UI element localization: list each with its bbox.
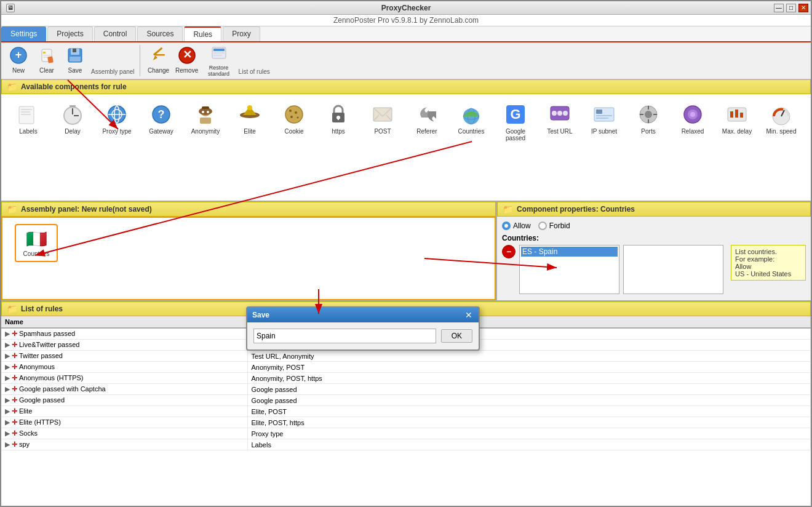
component-post[interactable]: POST bbox=[362, 99, 404, 138]
window-icon: 🖥 bbox=[6, 4, 15, 12]
svg-rect-22 bbox=[21, 111, 30, 113]
table-row[interactable]: ▶✛Google passedGoogle passed bbox=[1, 395, 811, 406]
component-min-speed[interactable]: Min. speed bbox=[760, 99, 802, 138]
allow-forbid-row: Allow Forbid bbox=[502, 222, 806, 230]
new-button[interactable]: + New bbox=[5, 45, 32, 76]
svg-rect-10 bbox=[70, 57, 81, 62]
nav-tabs: Settings Projects Control Sources Rules … bbox=[1, 26, 811, 42]
dialog-close-button[interactable]: ✕ bbox=[464, 310, 474, 320]
tab-settings[interactable]: Settings bbox=[1, 26, 46, 41]
min-speed-icon bbox=[769, 102, 794, 127]
clear-icon bbox=[38, 47, 55, 66]
toolbar: + New Clear bbox=[1, 42, 811, 79]
tab-proxy[interactable]: Proxy bbox=[223, 26, 260, 41]
table-row[interactable]: ▶✛Anonymous (HTTPS)Anonymity, POST, http… bbox=[1, 373, 811, 384]
table-row[interactable]: ▶✛AnonymousAnonymity, POST bbox=[1, 362, 811, 373]
properties-panel: 📁 Component properties: Countries Allow bbox=[497, 202, 811, 300]
hint-box: List countries.For example:AllowUS - Uni… bbox=[731, 245, 806, 281]
svg-point-64 bbox=[563, 111, 568, 116]
table-row[interactable]: ▶✛SocksProxy type bbox=[1, 428, 811, 439]
restore-standard-button[interactable]: Restore standard bbox=[202, 45, 236, 76]
tab-control[interactable]: Control bbox=[94, 26, 137, 41]
assembly-panel: 📁 Assembly panel: New rule(not saved) 🇮🇹… bbox=[1, 202, 497, 300]
props-folder-icon: 📁 bbox=[503, 204, 513, 214]
svg-point-70 bbox=[645, 111, 652, 118]
max-delay-icon bbox=[725, 102, 749, 127]
close-button[interactable]: ✕ bbox=[798, 4, 808, 12]
forbid-radio[interactable]: Forbid bbox=[538, 222, 570, 230]
google-passed-icon: G bbox=[503, 102, 528, 127]
save-button[interactable]: Save bbox=[62, 45, 89, 76]
rule-name: ▶✛spy bbox=[1, 439, 247, 450]
save-dialog-input[interactable] bbox=[253, 329, 436, 343]
svg-point-44 bbox=[289, 110, 292, 112]
remove-button[interactable]: ✕ Remove bbox=[173, 45, 201, 76]
tab-rules[interactable]: Rules bbox=[184, 26, 221, 41]
component-ip-subnet[interactable]: IP subnet bbox=[583, 99, 625, 138]
countries-prop-label: Countries: bbox=[502, 234, 806, 242]
svg-rect-39 bbox=[200, 118, 211, 124]
component-gateway[interactable]: ? Gateway bbox=[140, 99, 182, 138]
table-row[interactable]: ▶✛EliteElite, POST bbox=[1, 406, 811, 417]
component-ports[interactable]: Ports bbox=[627, 99, 669, 138]
country-item-es-spain[interactable]: ES - Spain bbox=[521, 247, 618, 257]
svg-rect-3 bbox=[43, 52, 46, 54]
restore-button[interactable]: □ bbox=[786, 4, 796, 12]
tab-sources[interactable]: Sources bbox=[137, 26, 183, 41]
component-delay[interactable]: Delay bbox=[52, 99, 94, 138]
rule-name: ▶✛Google passed bbox=[1, 395, 247, 406]
svg-text:+: + bbox=[15, 49, 22, 61]
forbid-radio-indicator bbox=[538, 222, 547, 230]
properties-header: 📁 Component properties: Countries bbox=[497, 202, 811, 217]
component-labels[interactable]: Labels bbox=[7, 99, 49, 138]
svg-rect-50 bbox=[338, 118, 339, 120]
clear-button[interactable]: Clear bbox=[33, 45, 60, 76]
assembly-panel-label: Assembly panel bbox=[89, 45, 140, 76]
change-button[interactable]: Change bbox=[145, 45, 172, 76]
allow-radio[interactable]: Allow bbox=[502, 222, 531, 230]
table-row[interactable]: ▶✛Twitter passedTest URL, Anonymity bbox=[1, 351, 811, 362]
component-https[interactable]: https bbox=[317, 99, 359, 138]
component-anonymity[interactable]: Anonymity bbox=[185, 99, 226, 138]
countries-block[interactable]: 🇮🇹 Countries bbox=[15, 224, 58, 262]
allow-forbid-radio: Allow Forbid bbox=[502, 222, 570, 230]
svg-point-42 bbox=[247, 105, 252, 110]
component-relaxed[interactable]: Relaxed bbox=[672, 99, 714, 138]
dialog-ok-button[interactable]: OK bbox=[441, 329, 472, 343]
countries-listbox[interactable]: ES - Spain bbox=[519, 245, 619, 294]
allow-radio-indicator bbox=[502, 222, 511, 230]
countries-input-area[interactable] bbox=[623, 245, 723, 294]
component-elite[interactable]: Elite bbox=[229, 99, 271, 138]
table-row[interactable]: ▶✛spyLabels bbox=[1, 439, 811, 450]
table-row[interactable]: ▶✛Elite (HTTPS)Elite, POST, https bbox=[1, 417, 811, 428]
svg-rect-17 bbox=[213, 49, 225, 51]
rule-components: Elite, POST bbox=[247, 406, 811, 417]
component-proxy-type[interactable]: Proxy type bbox=[96, 99, 138, 138]
component-max-delay[interactable]: Max. delay bbox=[716, 99, 758, 138]
save-icon bbox=[66, 47, 84, 66]
table-row[interactable]: ▶✛Google passed with CaptchaGoogle passe… bbox=[1, 384, 811, 395]
middle-section: 📁 Assembly panel: New rule(not saved) 🇮🇹… bbox=[1, 202, 811, 301]
svg-rect-36 bbox=[202, 106, 209, 109]
svg-point-38 bbox=[207, 111, 209, 113]
remove-country-button[interactable]: − bbox=[502, 245, 515, 258]
component-google-passed[interactable]: G Google passed bbox=[495, 99, 536, 145]
svg-rect-80 bbox=[735, 110, 738, 118]
rules-folder-icon: 📁 bbox=[7, 304, 17, 314]
svg-rect-12 bbox=[155, 54, 165, 56]
ports-icon bbox=[636, 102, 661, 127]
delay-icon bbox=[60, 102, 85, 127]
countries-icon bbox=[459, 102, 484, 127]
svg-point-45 bbox=[295, 111, 297, 114]
svg-point-62 bbox=[552, 111, 557, 116]
tab-projects[interactable]: Projects bbox=[47, 26, 92, 41]
svg-rect-19 bbox=[213, 55, 222, 56]
minimize-button[interactable]: — bbox=[774, 4, 784, 12]
component-test-url[interactable]: Test URL bbox=[539, 99, 581, 138]
rule-components: Google passed bbox=[247, 384, 811, 395]
window-title: ProxyChecker bbox=[381, 4, 431, 12]
component-referer[interactable]: Referer bbox=[406, 99, 448, 138]
component-cookie[interactable]: Cookie bbox=[273, 99, 315, 138]
countries-flag: 🇮🇹 bbox=[26, 229, 47, 249]
component-countries[interactable]: Countries bbox=[450, 99, 492, 138]
